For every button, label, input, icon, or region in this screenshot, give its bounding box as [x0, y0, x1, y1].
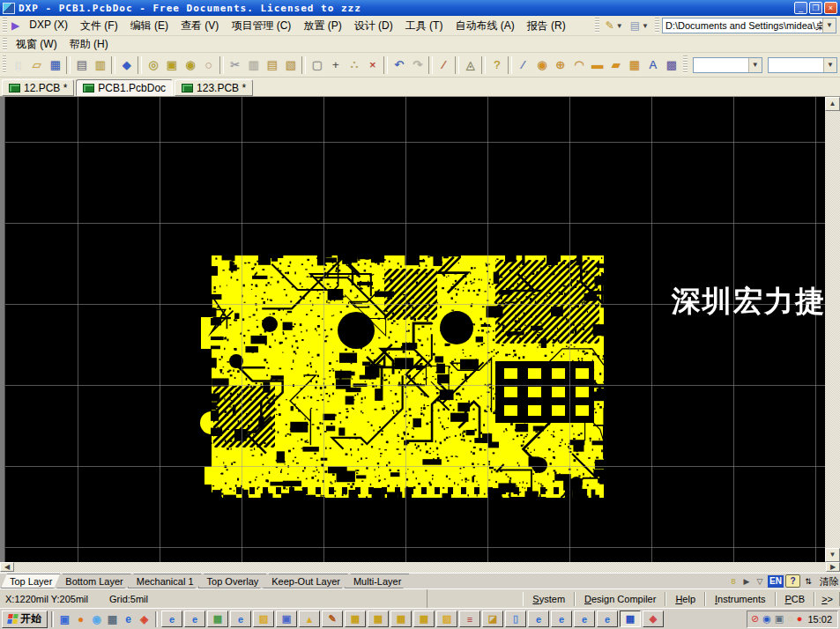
- ruler-tool-button[interactable]: ✎ ▼: [604, 18, 625, 33]
- menu-item[interactable]: 设计 (D): [348, 17, 399, 35]
- cut-icon[interactable]: ✂: [226, 56, 244, 75]
- place-string-icon[interactable]: A: [643, 56, 662, 75]
- zoom-document-icon[interactable]: ◎: [144, 56, 162, 75]
- toolbar-separator[interactable]: [138, 56, 142, 74]
- task-dxp-3[interactable]: ▦: [390, 610, 412, 627]
- chevron-down-icon[interactable]: ▼: [823, 58, 836, 72]
- menu-item[interactable]: 项目管理 (C): [225, 17, 297, 35]
- component-combo[interactable]: ▼: [768, 57, 837, 73]
- task-dxp-2[interactable]: ▦: [368, 610, 389, 627]
- minimize-button[interactable]: _: [794, 2, 807, 14]
- layer-tab[interactable]: Multi-Layer: [345, 574, 410, 588]
- place-fill-icon[interactable]: ▬: [588, 56, 606, 75]
- dither-icon[interactable]: ∴: [345, 56, 363, 75]
- task-paint[interactable]: ✎: [322, 610, 343, 627]
- toolbar-grip[interactable]: [3, 38, 7, 50]
- menu-item[interactable]: 工具 (T): [399, 17, 450, 35]
- find-similar-icon[interactable]: ◬: [461, 56, 479, 75]
- task-dxp-active[interactable]: ▦: [620, 610, 641, 627]
- vertical-scroll-track[interactable]: [825, 111, 840, 548]
- redo-icon[interactable]: ↷: [408, 56, 427, 75]
- task-folder-up[interactable]: ▲: [299, 610, 320, 627]
- copy-icon[interactable]: ▥: [244, 56, 263, 75]
- snap-toggle-icon[interactable]: 8: [727, 575, 740, 588]
- new-icon[interactable]: ▯: [9, 56, 27, 75]
- start-button[interactable]: 开始: [2, 610, 48, 628]
- net-combo[interactable]: ▼: [693, 57, 762, 73]
- vertical-scrollbar[interactable]: ▲ ▼: [825, 97, 840, 562]
- task-folder-1[interactable]: ▨: [253, 610, 274, 627]
- layer-tab[interactable]: Keep-Out Layer: [263, 574, 349, 588]
- help-button[interactable]: ?: [785, 574, 800, 588]
- zoom-area-icon[interactable]: ▣: [162, 56, 181, 75]
- place-component-icon[interactable]: ▩: [662, 56, 680, 75]
- task-dxp-4[interactable]: ▦: [413, 610, 435, 627]
- toolbar-grip[interactable]: [3, 18, 7, 33]
- chevron-down-icon[interactable]: ▼: [748, 58, 762, 72]
- menu-item[interactable]: 帮助 (H): [63, 35, 115, 54]
- bulb-active-icon[interactable]: ●: [797, 613, 803, 625]
- task-ie-3[interactable]: e: [230, 610, 251, 627]
- layers-icon[interactable]: ◆: [117, 56, 136, 75]
- task-dxp-1[interactable]: ▦: [345, 610, 366, 627]
- task-ie-7[interactable]: e: [597, 610, 618, 627]
- toolbar-separator[interactable]: [111, 56, 115, 74]
- panel-button[interactable]: System: [523, 592, 575, 606]
- toolbar-separator[interactable]: [301, 56, 306, 74]
- task-ie-1[interactable]: e: [161, 610, 182, 627]
- network-icon[interactable]: ▣: [775, 613, 784, 625]
- zoom-selection-icon[interactable]: ◉: [181, 56, 199, 75]
- cancel-filter-icon[interactable]: ×: [363, 56, 382, 75]
- keyboard-icon[interactable]: ▦: [105, 611, 120, 626]
- layer-tab[interactable]: Mechanical 1: [128, 574, 203, 588]
- task-ie-4[interactable]: e: [528, 610, 549, 627]
- toolbar-grip[interactable]: [3, 56, 6, 75]
- sheet-tool-button[interactable]: ▤ ▼: [628, 18, 650, 33]
- task-app-blue[interactable]: ▣: [276, 610, 297, 627]
- filter-icon[interactable]: ▽: [754, 575, 766, 588]
- language-indicator[interactable]: EN: [768, 575, 784, 588]
- toolbar-grip[interactable]: [655, 18, 659, 33]
- place-via-icon[interactable]: ⊕: [551, 56, 569, 75]
- task-ie-2[interactable]: e: [184, 610, 205, 627]
- scroll-right-icon[interactable]: ▶: [826, 562, 840, 572]
- print-preview-icon[interactable]: ▥: [91, 56, 109, 75]
- panel-button[interactable]: Help: [665, 592, 705, 606]
- document-tab[interactable]: 12.PCB *: [2, 79, 74, 96]
- toolbar-separator[interactable]: [383, 56, 388, 74]
- messenger-icon[interactable]: ◉: [89, 611, 104, 626]
- place-line-icon[interactable]: ∕: [514, 56, 532, 75]
- toolbar-grip[interactable]: [595, 18, 599, 33]
- chevron-down-icon[interactable]: ▼: [822, 18, 836, 33]
- volume-blocked-icon[interactable]: ⊘: [751, 613, 759, 625]
- ie-icon[interactable]: e: [121, 611, 136, 626]
- layer-tab[interactable]: Top Layer: [1, 574, 61, 588]
- toolbar-grip[interactable]: [683, 56, 687, 75]
- layer-tab[interactable]: Bottom Layer: [56, 574, 131, 588]
- task-app-colorful[interactable]: ◈: [643, 610, 664, 627]
- task-tool-hand[interactable]: ◪: [482, 610, 503, 627]
- help-icon[interactable]: ?: [487, 56, 506, 75]
- task-ie-6[interactable]: e: [574, 610, 595, 627]
- place-pad-icon[interactable]: ◉: [532, 56, 551, 75]
- toolbar-separator[interactable]: [455, 56, 459, 74]
- task-folder-2[interactable]: ▨: [436, 610, 457, 627]
- horizontal-scroll-track[interactable]: [14, 562, 826, 573]
- open-icon[interactable]: ▱: [27, 56, 46, 75]
- toolbar-separator[interactable]: [481, 56, 486, 74]
- toolbar-separator[interactable]: [508, 56, 512, 74]
- menu-item[interactable]: 编辑 (E): [124, 17, 175, 35]
- panel-button[interactable]: Instruments: [705, 592, 775, 606]
- scroll-up-icon[interactable]: ▲: [825, 97, 840, 111]
- toolbar-separator[interactable]: [428, 56, 433, 74]
- task-notepad-blue[interactable]: ▯: [505, 610, 526, 627]
- media-player-icon[interactable]: ●: [73, 611, 88, 626]
- task-notepad-green[interactable]: ▦: [207, 610, 228, 627]
- panel-overflow-icon[interactable]: ⇅: [802, 575, 814, 588]
- pcb-canvas[interactable]: [5, 97, 825, 562]
- audio-device-icon[interactable]: ◉: [762, 613, 771, 625]
- zoom-clear-icon[interactable]: ◌: [199, 56, 218, 75]
- show-desktop-icon[interactable]: ▣: [57, 611, 72, 626]
- move-icon[interactable]: +: [326, 56, 345, 75]
- save-icon[interactable]: ▦: [46, 56, 64, 75]
